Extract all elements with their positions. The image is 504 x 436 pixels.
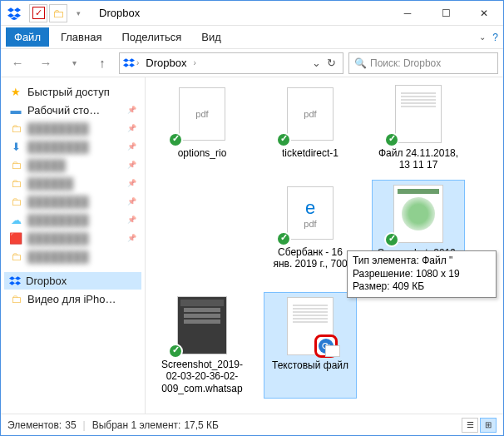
status-selection-size: 17,5 КБ <box>184 419 219 431</box>
nav-back-button[interactable]: ← <box>6 52 29 74</box>
breadcrumb-root[interactable]: Dropbox <box>141 55 191 71</box>
titlebar-icons: ✓ 🗀 ▾ <box>7 4 87 22</box>
search-input[interactable]: 🔍 Поиск: Dropbox <box>348 52 498 74</box>
dropbox-icon <box>9 275 21 287</box>
file-item-sber[interactable]: epdf Сбербанк - 16 янв. 2019 г., 700 <box>264 180 357 287</box>
folder-icon: 🗀 <box>9 250 22 263</box>
sidebar-item[interactable]: 🗀████████ <box>4 119 141 137</box>
star-icon: ★ <box>9 85 22 98</box>
file-label: Screenshot_2019-02-03-20-36-02-009_com.w… <box>159 359 245 395</box>
sidebar-item[interactable]: 🗀████████ <box>4 247 141 265</box>
sidebar-video[interactable]: 🗀 Видео для iPho… <box>4 290 141 308</box>
status-count-label: Элементов: <box>7 419 62 431</box>
menu-view[interactable]: Вид <box>193 27 230 47</box>
menubar-right: ⌄ ? <box>479 32 498 43</box>
file-item-shot2[interactable]: Screenshot_2019-02-03-20-36-02-009_com.w… <box>156 292 249 399</box>
sidebar-item[interactable]: 🗀█████ <box>4 156 141 174</box>
file-item-ticket[interactable]: pdf ticketdirect-1 <box>264 81 357 175</box>
search-icon: 🔍 <box>354 57 367 69</box>
breadcrumb[interactable]: › Dropbox › ⌄ ↻ <box>119 52 343 74</box>
download-icon: ⬇ <box>9 140 22 153</box>
breadcrumb-dropbox-icon <box>123 57 135 69</box>
tooltip: Тип элемента: Файл " Разрешение: 1080 x … <box>347 250 497 298</box>
view-icons-button[interactable]: ⊞ <box>480 418 497 433</box>
nav-forward-button[interactable]: → <box>34 52 57 74</box>
breadcrumb-dropdown-icon[interactable]: ⌄ ↻ <box>309 57 339 69</box>
sync-ok-icon <box>276 132 291 147</box>
tooltip-size: Размер: 409 КБ <box>353 280 491 294</box>
sidebar-item[interactable]: 🟥████████ <box>4 229 141 247</box>
sidebar-dropbox[interactable]: Dropbox <box>4 272 141 290</box>
nav-recent-button[interactable]: ▾ <box>62 52 86 74</box>
sidebar-item[interactable]: 🗀████████ <box>4 192 141 211</box>
sync-ok-icon <box>168 344 183 359</box>
pdf-label: pdf <box>304 109 316 119</box>
app-icon: 🟥 <box>9 231 22 245</box>
statusbar: Элементов: 35 | Выбран 1 элемент: 17,5 К… <box>1 414 503 435</box>
maximize-button[interactable]: ☐ <box>427 1 465 26</box>
txt-corner-icon <box>325 345 340 357</box>
sidebar-label: Dropbox <box>26 275 67 287</box>
address-bar: ← → ▾ ↑ › Dropbox › ⌄ ↻ 🔍 Поиск: Dropbox <box>1 49 503 77</box>
folder-icon: 🗀 <box>9 176 22 190</box>
tooltip-type: Тип элемента: Файл " <box>353 255 491 268</box>
folder-icon: 🗀 <box>9 158 22 171</box>
file-pane[interactable]: pdf options_rio pdf ticketdirect-1 Файл … <box>146 77 503 414</box>
sidebar-label: Рабочий сто… <box>27 104 100 116</box>
pdf-label: pdf <box>304 219 316 229</box>
search-placeholder: Поиск: Dropbox <box>370 57 441 69</box>
file-item-date[interactable]: Файл 24.11.2018, 13 11 17 <box>372 81 465 175</box>
status-selection-label: Выбран 1 элемент: <box>92 419 181 431</box>
cloud-icon: ☁ <box>9 213 22 226</box>
folder-icon: 🗀 <box>9 121 22 135</box>
sidebar-label: Быстрый доступ <box>27 86 110 98</box>
window-controls: ─ ☐ ✕ <box>388 1 503 26</box>
pdf-label: pdf <box>195 109 208 119</box>
folder-icon: 🗀 <box>9 195 22 208</box>
folder-icon: 🗀 <box>9 292 22 305</box>
sync-ok-icon <box>168 132 183 147</box>
menu-file[interactable]: Файл <box>6 27 49 47</box>
qat-checkbox[interactable]: ✓ <box>29 4 47 22</box>
sidebar: ★ Быстрый доступ ▬ Рабочий сто… 🗀███████… <box>1 77 146 414</box>
file-label: Текстовый файл <box>272 359 348 371</box>
window-title: Dropbox <box>99 7 388 19</box>
sidebar-item[interactable]: ☁████████ <box>4 211 141 229</box>
explorer-window: ✓ 🗀 ▾ Dropbox ─ ☐ ✕ Файл Главная Поделит… <box>0 0 504 436</box>
sidebar-item[interactable]: 🗀██████ <box>4 174 141 192</box>
sidebar-desktop[interactable]: ▬ Рабочий сто… <box>4 101 141 119</box>
view-details-button[interactable]: ☰ <box>462 418 478 433</box>
sidebar-item[interactable]: ⬇████████ <box>4 137 141 156</box>
nav-up-button[interactable]: ↑ <box>91 52 114 74</box>
dropbox-icon <box>7 7 21 20</box>
menu-home[interactable]: Главная <box>52 27 110 47</box>
status-count: 35 <box>65 419 76 431</box>
file-item-txt[interactable]: ⟳ Текстовый файл <box>264 292 357 399</box>
help-icon[interactable]: ? <box>492 32 498 43</box>
breadcrumb-sep: › <box>193 58 195 67</box>
menu-share[interactable]: Поделиться <box>113 27 190 47</box>
sync-ok-icon <box>384 232 399 247</box>
file-label: Файл 24.11.2018, 13 11 17 <box>375 147 462 171</box>
close-button[interactable]: ✕ <box>465 1 503 26</box>
file-label: options_rio <box>178 147 227 159</box>
tooltip-resolution: Разрешение: 1080 x 19 <box>353 268 491 281</box>
breadcrumb-sep: › <box>136 58 139 67</box>
sidebar-label: Видео для iPho… <box>27 293 116 305</box>
sync-ok-icon <box>276 231 291 246</box>
desktop-icon: ▬ <box>9 103 22 116</box>
file-grid: pdf options_rio pdf ticketdirect-1 Файл … <box>156 81 497 399</box>
qat-overflow[interactable]: ▾ <box>69 4 87 22</box>
file-item-options[interactable]: pdf options_rio <box>156 81 249 175</box>
body: ★ Быстрый доступ ▬ Рабочий сто… 🗀███████… <box>1 77 503 414</box>
qat-folder[interactable]: 🗀 <box>49 4 67 22</box>
sync-ok-icon <box>384 132 399 147</box>
view-switcher: ☰ ⊞ <box>462 418 497 433</box>
quick-access-toolbar: ✓ 🗀 ▾ <box>29 4 87 22</box>
ribbon-expand-icon[interactable]: ⌄ <box>479 32 486 42</box>
menubar: Файл Главная Поделиться Вид ⌄ ? <box>1 26 503 49</box>
file-label: ticketdirect-1 <box>282 147 338 159</box>
minimize-button[interactable]: ─ <box>388 1 427 26</box>
sidebar-quick-access[interactable]: ★ Быстрый доступ <box>4 82 141 101</box>
edge-icon: e <box>305 197 315 219</box>
